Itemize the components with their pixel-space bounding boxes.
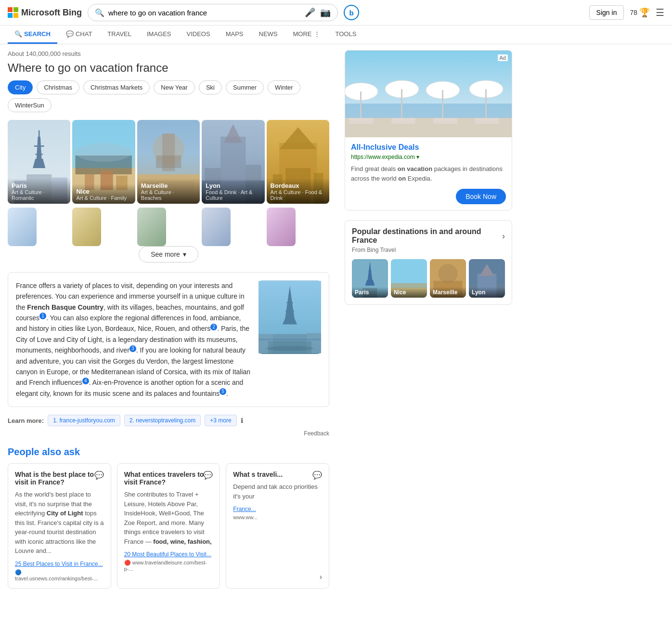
svg-marker-39 [283,318,297,324]
pop-dest-subtitle: From Bing Travel [352,247,505,253]
filter-winter[interactable]: Winter [268,80,300,94]
svg-rect-55 [442,90,443,118]
search-icon-group: 🎤 📷 [305,7,331,18]
filter-christmas-markets[interactable]: Christmas Markets [83,80,150,94]
ad-url[interactable]: https://www.expedia.com ▾ [351,154,506,160]
paa-source-3: www.ww... [233,514,322,520]
info-icon-button[interactable]: ℹ [241,417,243,424]
navigation: 🔍 SEARCH 💬 CHAT TRAVEL IMAGES VIDEOS MAP… [0,26,672,44]
paa-excerpt-3: Depend and tak acco priorities it's your [233,482,322,501]
city-grid-row2 [8,208,329,246]
nav-search[interactable]: 🔍 SEARCH [8,26,57,44]
feedback-label[interactable]: Feedback [8,430,329,437]
search-magnifier-icon: 🔍 [95,8,104,17]
paa-excerpt-1: As the world's best place to visit, it's… [15,490,104,556]
nav-videos[interactable]: VIDEOS [180,26,217,44]
paris-dest-name: Paris [355,289,385,296]
filter-ski[interactable]: Ski [199,80,222,94]
nice-dest-name: Nice [394,289,424,296]
city-card-paris[interactable]: Paris Art & Culture · Romantic [8,120,70,204]
main-content: About 140,000,000 results Where to go on… [0,44,672,596]
sidebar: Ad All-Inclusive Deals https://www.exped… [337,44,520,596]
book-now-button[interactable]: Book Now [456,189,506,204]
see-more-button[interactable]: See more ▾ [139,246,198,262]
filter-christmas[interactable]: Christmas [37,80,79,94]
camera-button[interactable]: 📷 [320,7,331,18]
hamburger-menu-button[interactable]: ☰ [656,7,664,18]
paa-question-2: What entices travelers to visit France? [124,471,213,486]
svg-rect-52 [401,89,402,118]
resort-image: Ad [345,51,512,137]
learn-more-label: Learn more: [8,417,44,424]
paa-expand-arrow-3[interactable]: › [320,573,322,581]
filter-summer[interactable]: Summer [226,80,264,94]
dest-card-lyon[interactable]: Lyon [469,259,505,298]
info-box: France offers a variety of places to vis… [8,272,329,407]
page-title: Where to go on vacation france [8,61,329,75]
nav-travel[interactable]: TRAVEL [101,26,138,44]
paa-question-3: What s traveli... [233,471,322,478]
lyon-tags: Food & Drink · Art & Culture [206,189,260,201]
city-card-bordeaux[interactable]: Bordeaux Art & Culture · Food & Drink [267,120,329,204]
bordeaux-tags: Art & Culture · Food & Drink [271,189,325,201]
paa-chat-icon-2: 💬 [203,471,213,480]
pop-dest-arrow-icon[interactable]: › [502,231,505,241]
paris-overlay: Paris Art & Culture · Romantic [8,178,70,204]
paa-link-1[interactable]: 25 Best Places to Visit in France... [15,561,104,567]
ad-content: All-Inclusive Deals https://www.expedia.… [345,137,512,210]
svg-point-12 [76,143,132,162]
city-card-marseille[interactable]: Marseille Art & Culture · Beaches [137,120,200,204]
filter-chips: City Christmas Christmas Markets New Yea… [8,80,329,112]
filter-new-year[interactable]: New Year [154,80,195,94]
source-link-2[interactable]: 2. neverstoptraveling.com [124,415,201,426]
nav-tools[interactable]: TOOLS [329,26,363,44]
dest-card-marseille[interactable]: Marseille [430,259,466,298]
nice-name: Nice [76,188,131,195]
filter-city[interactable]: City [8,80,33,94]
search-bar[interactable]: 🔍 🎤 📷 [88,4,338,21]
nav-chat[interactable]: 💬 CHAT [59,26,99,44]
mic-button[interactable]: 🎤 [305,7,315,18]
marseille-overlay: Marseille Art & Culture · Beaches [137,178,200,204]
lyon-dest-name: Lyon [472,289,502,296]
header: Microsoft Bing 🔍 🎤 📷 b Sign in 78 🏆 ☰ [0,0,672,26]
bordeaux-overlay: Bordeaux Art & Culture · Food & Drink [267,178,329,204]
lyon-overlay: Lyon Food & Drink · Art & Culture [202,178,264,204]
city-card-row2-4[interactable] [202,208,231,246]
sign-in-button[interactable]: Sign in [589,5,624,20]
results-count: About 140,000,000 results [8,50,329,57]
score-badge: 78 🏆 [630,7,650,18]
city-card-lyon[interactable]: Lyon Food & Drink · Art & Culture [202,120,264,204]
svg-rect-53 [391,118,415,124]
nav-more[interactable]: MORE ⋮ [286,26,327,44]
city-card-row2-1[interactable] [8,208,37,246]
nav-news[interactable]: NEWS [252,26,284,44]
search-input[interactable] [108,9,301,17]
bing-copilot-icon[interactable]: b [344,5,359,20]
nav-images[interactable]: IMAGES [140,26,178,44]
city-card-row2-5[interactable] [267,208,296,246]
marseille-dest-overlay: Marseille [430,287,466,298]
paa-card-1[interactable]: What is the best place to visit in Franc… [8,463,111,589]
filter-wintersun[interactable]: WinterSun [8,98,52,112]
city-card-row2-3[interactable] [137,208,166,246]
svg-rect-49 [360,92,362,118]
city-card-nice[interactable]: Nice Art & Culture · Family [72,120,135,204]
city-card-row2-2[interactable] [72,208,101,246]
paa-card-2[interactable]: What entices travelers to visit France? … [117,463,220,589]
more-sources-button[interactable]: +3 more [205,415,236,426]
svg-rect-59 [475,118,499,124]
ad-title[interactable]: All-Inclusive Deals [351,143,506,152]
paa-card-3[interactable]: What s traveli... 💬 Depend and tak acco … [226,463,329,589]
info-thumbnail [258,280,321,399]
svg-point-44 [266,346,314,351]
nav-maps[interactable]: MAPS [219,26,250,44]
paris-thumbnail-image [258,280,321,354]
paa-link-2[interactable]: 20 Most Beautiful Places to Visit... [124,551,213,558]
dest-card-paris[interactable]: Paris [352,259,388,298]
paa-grid: What is the best place to visit in Franc… [8,463,329,589]
svg-rect-50 [349,118,373,124]
paa-link-3[interactable]: France... [233,506,322,512]
dest-card-nice[interactable]: Nice [391,259,427,298]
source-link-1[interactable]: 1. france-justforyou.com [48,415,120,426]
